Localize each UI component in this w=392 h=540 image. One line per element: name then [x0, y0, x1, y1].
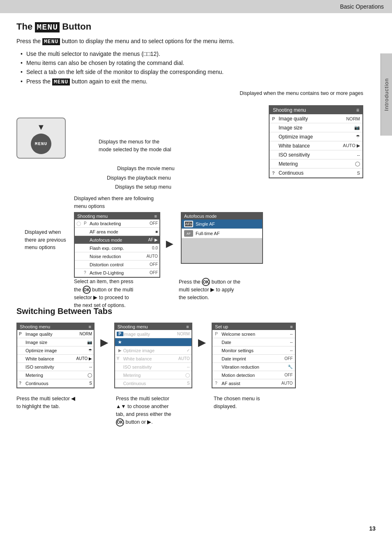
callout-movie-menu: Displays the movie menu: [117, 165, 175, 171]
bullet-2: Menu items can also be chosen by rotatin…: [21, 58, 367, 67]
tab1-row-1: P Image quality NORM: [17, 330, 94, 338]
menu-row-optimize: Optimize image ☂: [270, 132, 362, 141]
second-menu-screenshot: Shooting menu ≡ ◯ P Auto bracketing OFF …: [74, 212, 160, 278]
tab2-row-6: Metering ◯: [115, 371, 191, 379]
af-row-fulltime: AF Full-time AF: [182, 229, 262, 238]
af-row-single: AFS Single AF: [182, 219, 262, 229]
tab2-row-4: Y White balance AUTO: [115, 355, 191, 363]
menu-row-image-size: Image size 📷: [270, 123, 362, 132]
callout-previous-options: Displayed whenthere are previousmenu opt…: [25, 228, 74, 252]
menu-row-iso: ISO sensitivity --: [270, 150, 362, 159]
ok-circle-2: OK: [202, 278, 210, 286]
menu-row-metering: Metering ◯: [270, 159, 362, 168]
bullet-list: Use the multi selector to navigate the m…: [21, 49, 367, 87]
tab2-row-1: P Image quality NORM: [115, 330, 191, 338]
setup-row-3: Monitor settings --: [212, 346, 295, 355]
tab2-row-7: Continuous S: [115, 379, 191, 388]
tab-menu-1-title: Shooting menu ≡: [17, 323, 94, 330]
callout-following-options: Displayed when there are followingmenu o…: [74, 195, 154, 210]
caption-select-item: Select an item, then pressthe OK button …: [74, 278, 160, 309]
tabs-captions-row: Press the multi selector ◀to highlight t…: [16, 395, 367, 426]
setup-row-vibration: Vibration reduction 🔧: [212, 363, 295, 371]
menu-inline-2: MENU: [52, 78, 70, 85]
callout-setup-menu: Displays the setup menu: [115, 183, 171, 190]
tab1-row-2: Image size 📷: [17, 338, 94, 346]
header-bar: Basic Operations: [0, 0, 392, 13]
bullet-1: Use the multi selector to navigate the m…: [21, 49, 367, 58]
setup-row-1: P Welcome screen --: [212, 330, 295, 338]
tab1-row-5: ISO sensitivity --: [17, 363, 94, 371]
side-tab: Introduction: [380, 53, 392, 136]
tab2-row-2: ★: [115, 338, 191, 346]
second-menu-row-7: ? Active D-Lighting OFF: [75, 269, 159, 277]
second-menu-row-1: ◯ P Auto bracketing OFF: [75, 219, 159, 228]
main-menu-screenshot: Shooting menu ≡ P Image quality NORM Ima…: [269, 105, 363, 178]
callout-playback-menu: Displays the playback menu: [107, 174, 171, 181]
menu-btn-circle: MENU: [31, 134, 51, 154]
main-content: The MENU Button Press the MENU button to…: [0, 13, 392, 439]
caption-press-ok: Press the OK button or themulti selector…: [179, 278, 265, 302]
tab-menu-2-item: Shooting menu ≡ P Image quality NORM ★ ▶…: [114, 323, 192, 388]
bullet-4: Press the MENU button again to exit the …: [21, 77, 367, 87]
menu-button-image: ▼ MENU: [16, 118, 66, 159]
ok-circle-3: OK: [116, 418, 124, 427]
tab1-row-7: ? Continuous S: [17, 379, 94, 388]
tab-menu-2-title: Shooting menu ≡: [115, 323, 191, 330]
setup-menu-screenshot: Set up ≡ P Welcome screen -- Date -- Mon…: [212, 323, 296, 388]
second-menu-row-3: Autofocus mode AF ▶: [75, 236, 159, 244]
tab1-row-4: White balance AUTO ▶: [17, 355, 94, 363]
tabs-screenshots-row: Shooting menu ≡ P Image quality NORM Ima…: [16, 323, 367, 388]
second-menu-row-5: Noise reduction AUTO: [75, 252, 159, 261]
af-icon-single: AFS: [184, 221, 193, 227]
arrow-between-menus: ►: [164, 237, 176, 251]
tab-arrow-1: ►: [95, 335, 114, 350]
second-menu-row-2: AF area mode ■: [75, 228, 159, 236]
setup-row-5: Motion detection OFF: [212, 371, 295, 379]
bullet-3: Select a tab on the left side of the mon…: [21, 67, 367, 76]
main-menu-title: Shooting menu ≡: [270, 106, 362, 114]
setup-row-4: Date imprint OFF: [212, 355, 295, 363]
menu-arrow: ▼: [37, 122, 45, 132]
menu-inline-1: MENU: [42, 38, 60, 45]
setup-row-2: Date --: [212, 338, 295, 346]
second-menu-title: Shooting menu ≡: [75, 213, 159, 219]
second-menu-row-4: Flash exp. comp. 0.0: [75, 244, 159, 252]
tab2-row-3: ▶ Optimize image ✓: [115, 346, 191, 355]
callout-mode-dial: Displays the menus for themode selected …: [99, 138, 171, 153]
tab-menu-3-item: Set up ≡ P Welcome screen -- Date -- Mon…: [212, 323, 296, 388]
af-icon-fulltime: AF: [184, 230, 193, 237]
tab1-row-3: Optimize image ☂: [17, 346, 94, 355]
side-tab-label: Introduction: [383, 78, 390, 111]
diagram-area-1: ▼ MENU Displayed when the menu contains …: [16, 93, 367, 294]
menu-row-white-balance: White balance AUTO ▶: [270, 141, 362, 150]
menu-row-image-quality: P Image quality NORM: [270, 114, 362, 123]
tab-caption-1: Press the multi selector ◀to highlight t…: [16, 395, 95, 426]
switching-tabs-heading: Switching Between Tabs: [16, 307, 367, 316]
tab2-row-5: ISO sensitivity --: [115, 363, 191, 371]
tab-caption-2: Press the multi selector▲▼ to choose ano…: [116, 395, 202, 426]
second-menu-row-6: Distortion control OFF: [75, 261, 159, 269]
tab1-row-6: Metering ◯: [17, 371, 94, 379]
intro-paragraph: Press the MENU button to display the men…: [16, 37, 367, 46]
callout-two-pages: Displayed when the menu contains two or …: [240, 90, 363, 97]
menu-word-title: MENU: [35, 22, 60, 32]
page-number: 13: [369, 525, 376, 532]
af-menu-screenshot: Autofocus mode AFS Single AF AF Full-tim…: [181, 212, 263, 264]
tab-arrow-2: ►: [192, 335, 212, 350]
tab-menu-2: Shooting menu ≡ P Image quality NORM ★ ▶…: [114, 323, 192, 388]
setup-row-6: ? AF assist AUTO: [212, 379, 295, 388]
tab-menu-1: Shooting menu ≡ P Image quality NORM Ima…: [16, 323, 95, 388]
page-title: The MENU Button: [16, 21, 367, 32]
tab-caption-3: The chosen menu isdisplayed.: [214, 395, 298, 426]
setup-menu-title: Set up ≡: [212, 323, 295, 330]
ok-circle-1: OK: [83, 286, 91, 294]
menu-row-continuous: ? Continuous S: [270, 168, 362, 178]
second-menu-area: Shooting menu ≡ ◯ P Auto bracketing OFF …: [74, 212, 160, 278]
tab-menu-1-item: Shooting menu ≡ P Image quality NORM Ima…: [16, 323, 95, 388]
header-title: Basic Operations: [340, 3, 384, 10]
af-menu-title: Autofocus mode: [182, 213, 262, 219]
af-menu-area: Autofocus mode AFS Single AF AF Full-tim…: [181, 212, 263, 264]
af-menu-empty-space: [182, 238, 262, 263]
